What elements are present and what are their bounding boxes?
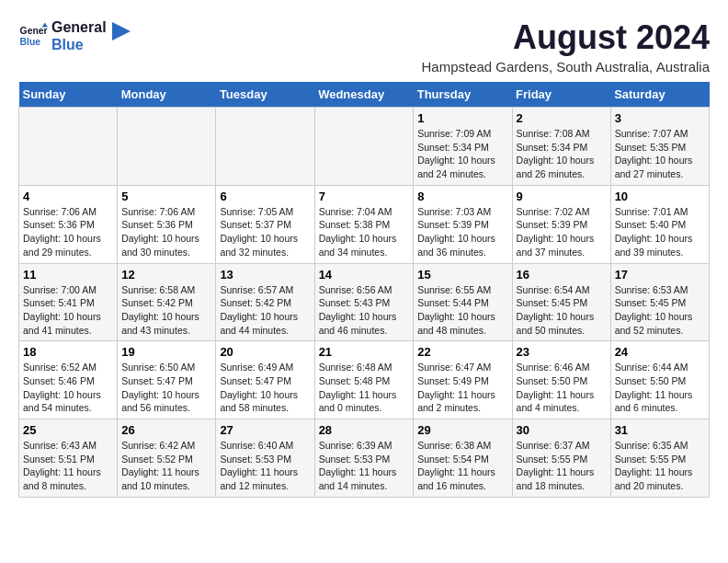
day-number: 5 xyxy=(121,190,211,203)
day-info: Sunrise: 6:47 AMSunset: 5:49 PMDaylight:… xyxy=(417,361,507,415)
day-number: 1 xyxy=(417,111,507,125)
day-number: 13 xyxy=(220,268,310,282)
day-number: 19 xyxy=(121,345,211,359)
calendar-title: August 2024 xyxy=(421,18,710,57)
day-number: 27 xyxy=(220,423,310,437)
calendar-cell xyxy=(19,108,118,186)
day-number: 9 xyxy=(517,190,607,203)
calendar-week-2: 4Sunrise: 7:06 AMSunset: 5:36 PMDaylight… xyxy=(19,185,710,263)
day-info: Sunrise: 6:44 AMSunset: 5:50 PMDaylight:… xyxy=(615,361,705,415)
day-number: 17 xyxy=(615,268,705,282)
day-info: Sunrise: 6:35 AMSunset: 5:55 PMDaylight:… xyxy=(615,439,705,493)
calendar-week-3: 11Sunrise: 7:00 AMSunset: 5:41 PMDayligh… xyxy=(19,263,710,341)
calendar-week-4: 18Sunrise: 6:52 AMSunset: 5:46 PMDayligh… xyxy=(19,341,710,419)
day-number: 11 xyxy=(23,268,113,282)
day-number: 15 xyxy=(417,268,507,282)
day-info: Sunrise: 6:43 AMSunset: 5:51 PMDaylight:… xyxy=(23,439,113,493)
calendar-week-1: 1Sunrise: 7:09 AMSunset: 5:34 PMDaylight… xyxy=(19,108,710,186)
day-info: Sunrise: 6:42 AMSunset: 5:52 PMDaylight:… xyxy=(121,439,211,493)
calendar-cell xyxy=(216,108,314,186)
day-number: 18 xyxy=(23,345,113,359)
day-info: Sunrise: 6:40 AMSunset: 5:53 PMDaylight:… xyxy=(220,439,310,493)
calendar-cell: 3Sunrise: 7:07 AMSunset: 5:35 PMDaylight… xyxy=(610,108,709,186)
day-info: Sunrise: 7:03 AMSunset: 5:39 PMDaylight:… xyxy=(417,205,507,259)
day-info: Sunrise: 6:48 AMSunset: 5:48 PMDaylight:… xyxy=(319,361,410,415)
logo: General Blue General Blue xyxy=(18,18,131,53)
calendar-cell: 15Sunrise: 6:55 AMSunset: 5:44 PMDayligh… xyxy=(414,263,512,341)
day-info: Sunrise: 7:04 AMSunset: 5:38 PMDaylight:… xyxy=(319,205,410,259)
calendar-header-row: SundayMondayTuesdayWednesdayThursdayFrid… xyxy=(19,82,710,108)
day-number: 4 xyxy=(23,190,113,203)
calendar-cell: 14Sunrise: 6:56 AMSunset: 5:43 PMDayligh… xyxy=(314,263,414,341)
day-number: 28 xyxy=(319,423,410,437)
header-wednesday: Wednesday xyxy=(314,82,414,108)
day-number: 7 xyxy=(319,190,410,203)
header-sunday: Sunday xyxy=(19,82,118,108)
calendar-cell: 27Sunrise: 6:40 AMSunset: 5:53 PMDayligh… xyxy=(216,419,314,498)
day-info: Sunrise: 7:06 AMSunset: 5:36 PMDaylight:… xyxy=(23,205,113,259)
day-info: Sunrise: 6:58 AMSunset: 5:42 PMDaylight:… xyxy=(121,283,211,338)
logo-text-blue: Blue xyxy=(51,36,107,53)
day-info: Sunrise: 6:49 AMSunset: 5:47 PMDaylight:… xyxy=(220,361,310,415)
calendar-cell: 17Sunrise: 6:53 AMSunset: 5:45 PMDayligh… xyxy=(610,263,709,341)
calendar-cell: 6Sunrise: 7:05 AMSunset: 5:37 PMDaylight… xyxy=(216,185,314,263)
header-saturday: Saturday xyxy=(610,82,709,108)
calendar-cell: 1Sunrise: 7:09 AMSunset: 5:34 PMDaylight… xyxy=(414,108,512,186)
day-info: Sunrise: 7:01 AMSunset: 5:40 PMDaylight:… xyxy=(615,205,705,259)
day-number: 25 xyxy=(23,423,113,437)
day-info: Sunrise: 7:05 AMSunset: 5:37 PMDaylight:… xyxy=(220,205,310,259)
day-number: 29 xyxy=(417,423,507,437)
title-area: August 2024 Hampstead Gardens, South Aus… xyxy=(421,18,710,75)
calendar-cell: 20Sunrise: 6:49 AMSunset: 5:47 PMDayligh… xyxy=(216,341,314,419)
calendar-table: SundayMondayTuesdayWednesdayThursdayFrid… xyxy=(18,82,710,498)
day-info: Sunrise: 6:39 AMSunset: 5:53 PMDaylight:… xyxy=(319,439,410,493)
logo-arrow-icon xyxy=(112,22,131,40)
calendar-cell: 18Sunrise: 6:52 AMSunset: 5:46 PMDayligh… xyxy=(19,341,118,419)
logo-icon: General Blue xyxy=(18,21,48,51)
day-info: Sunrise: 6:52 AMSunset: 5:46 PMDaylight:… xyxy=(23,361,113,415)
calendar-cell: 24Sunrise: 6:44 AMSunset: 5:50 PMDayligh… xyxy=(610,341,709,419)
calendar-cell xyxy=(118,108,216,186)
day-number: 20 xyxy=(220,345,310,359)
calendar-cell: 13Sunrise: 6:57 AMSunset: 5:42 PMDayligh… xyxy=(216,263,314,341)
day-number: 22 xyxy=(417,345,507,359)
logo-text-general: General xyxy=(51,18,107,36)
day-info: Sunrise: 6:37 AMSunset: 5:55 PMDaylight:… xyxy=(517,439,607,493)
day-info: Sunrise: 7:08 AMSunset: 5:34 PMDaylight:… xyxy=(517,127,607,181)
day-number: 16 xyxy=(517,268,607,282)
day-number: 8 xyxy=(417,190,507,203)
calendar-cell: 23Sunrise: 6:46 AMSunset: 5:50 PMDayligh… xyxy=(512,341,610,419)
header-tuesday: Tuesday xyxy=(216,82,314,108)
calendar-subtitle: Hampstead Gardens, South Australia, Aust… xyxy=(421,59,710,75)
day-number: 21 xyxy=(319,345,410,359)
day-number: 3 xyxy=(615,111,705,125)
calendar-cell: 30Sunrise: 6:37 AMSunset: 5:55 PMDayligh… xyxy=(512,419,610,498)
day-info: Sunrise: 6:56 AMSunset: 5:43 PMDaylight:… xyxy=(319,283,410,338)
calendar-cell: 21Sunrise: 6:48 AMSunset: 5:48 PMDayligh… xyxy=(314,341,414,419)
day-info: Sunrise: 6:38 AMSunset: 5:54 PMDaylight:… xyxy=(417,439,507,493)
day-info: Sunrise: 7:09 AMSunset: 5:34 PMDaylight:… xyxy=(417,127,507,181)
calendar-cell xyxy=(314,108,414,186)
calendar-cell: 11Sunrise: 7:00 AMSunset: 5:41 PMDayligh… xyxy=(19,263,118,341)
day-number: 30 xyxy=(517,423,607,437)
calendar-cell: 28Sunrise: 6:39 AMSunset: 5:53 PMDayligh… xyxy=(314,419,414,498)
day-number: 10 xyxy=(615,190,705,203)
calendar-cell: 25Sunrise: 6:43 AMSunset: 5:51 PMDayligh… xyxy=(19,419,118,498)
day-info: Sunrise: 7:02 AMSunset: 5:39 PMDaylight:… xyxy=(517,205,607,259)
calendar-cell: 8Sunrise: 7:03 AMSunset: 5:39 PMDaylight… xyxy=(414,185,512,263)
header-monday: Monday xyxy=(118,82,216,108)
day-info: Sunrise: 6:46 AMSunset: 5:50 PMDaylight:… xyxy=(517,361,607,415)
header-friday: Friday xyxy=(512,82,610,108)
day-number: 23 xyxy=(517,345,607,359)
day-info: Sunrise: 7:00 AMSunset: 5:41 PMDaylight:… xyxy=(23,283,113,338)
calendar-cell: 5Sunrise: 7:06 AMSunset: 5:36 PMDaylight… xyxy=(118,185,216,263)
day-number: 14 xyxy=(319,268,410,282)
svg-marker-4 xyxy=(112,22,131,40)
day-number: 26 xyxy=(121,423,211,437)
calendar-cell: 16Sunrise: 6:54 AMSunset: 5:45 PMDayligh… xyxy=(512,263,610,341)
calendar-cell: 31Sunrise: 6:35 AMSunset: 5:55 PMDayligh… xyxy=(610,419,709,498)
svg-text:Blue: Blue xyxy=(20,37,41,47)
header-thursday: Thursday xyxy=(414,82,512,108)
day-info: Sunrise: 7:07 AMSunset: 5:35 PMDaylight:… xyxy=(615,127,705,181)
day-info: Sunrise: 7:06 AMSunset: 5:36 PMDaylight:… xyxy=(121,205,211,259)
